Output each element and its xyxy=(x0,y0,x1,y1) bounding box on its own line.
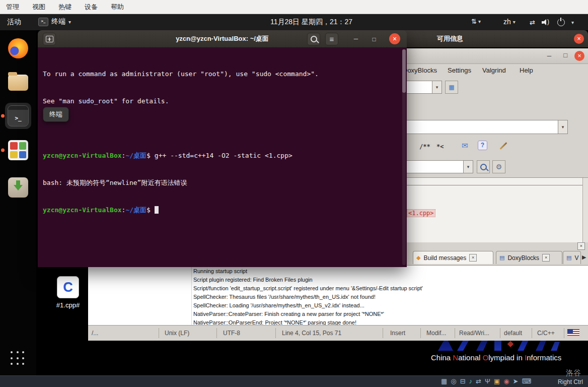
minimize-button[interactable]: – xyxy=(547,51,551,59)
system-menu[interactable]: ⇄ ) ▾ xyxy=(530,17,574,28)
chevron-down-icon: ▾ xyxy=(513,19,516,25)
menu-doxyblocks[interactable]: DoxyBlocks xyxy=(403,67,437,74)
search-icon xyxy=(311,36,317,42)
status-line-ending: Unix (LF) xyxy=(165,330,189,337)
keyboard-icon[interactable]: ⌨ xyxy=(522,377,531,385)
maximize-button[interactable]: □ xyxy=(563,51,567,59)
power-icon xyxy=(557,19,565,26)
chevron-down-icon: ▾ xyxy=(478,19,481,24)
status-language: C/C++ xyxy=(537,330,555,337)
shared-folders-icon[interactable]: ▣ xyxy=(494,377,500,385)
document-icon: ▤ xyxy=(499,254,504,261)
focused-app-name: 终端 xyxy=(51,17,65,26)
chevron-down-icon[interactable]: ▾ xyxy=(463,161,473,173)
usb-icon[interactable]: Ψ xyxy=(485,377,490,385)
log-output-panel[interactable]: Running startup script Script plugin reg… xyxy=(88,265,588,326)
network-icon: ⇅ xyxy=(471,18,477,25)
build-messages-icon: ◆ xyxy=(416,254,420,261)
editor-scrollbar[interactable] xyxy=(582,178,588,242)
vbox-menu-input[interactable]: 热键 xyxy=(58,3,71,12)
prompt-path: ~/桌面 xyxy=(125,152,146,159)
show-applications-button[interactable] xyxy=(5,346,31,372)
vbox-menu-devices[interactable]: 设备 xyxy=(85,3,98,12)
dock-item-files[interactable] xyxy=(5,70,31,96)
dock-item-codeblocks[interactable] xyxy=(5,137,31,163)
menu-button[interactable]: ≡ xyxy=(325,33,338,45)
minimize-button[interactable]: – xyxy=(349,32,362,44)
chevron-down-icon[interactable]: ▾ xyxy=(432,81,442,93)
editor-selected-text[interactable]: <1.cpp> xyxy=(407,209,435,217)
maximize-button[interactable]: □ xyxy=(368,33,381,45)
new-tab-button[interactable] xyxy=(43,33,56,45)
terminal-window: yzcn@yzcn-VirtualBox: ~/桌面 ≡ – □ × To ru… xyxy=(38,30,407,267)
status-profile: default xyxy=(504,330,522,337)
tab-doxyblocks[interactable]: ▤ DoxyBlocks × xyxy=(496,251,562,264)
updater-icon xyxy=(8,177,28,198)
new-tab-icon xyxy=(46,36,53,42)
cnoi-text-segment: lympiad in xyxy=(488,353,525,362)
options-button[interactable]: ⚙ xyxy=(492,160,505,173)
menu-settings[interactable]: Settings xyxy=(448,67,471,74)
desktop-file-icon[interactable]: C #1.cpp# xyxy=(55,276,81,309)
c-source-file-icon: C xyxy=(57,276,79,298)
dock-item-firefox[interactable] xyxy=(5,35,31,61)
terminal-line: To run a command as administrator (user … xyxy=(43,70,402,79)
chevron-down-icon[interactable]: ▾ xyxy=(558,120,567,134)
prompt-user: yzcn@yzcn-VirtualBox xyxy=(43,206,122,214)
grid-icon: ▦ xyxy=(449,84,454,91)
audio-icon[interactable]: ♪ xyxy=(469,377,473,385)
optical-disk-icon[interactable]: ◎ xyxy=(451,377,456,385)
help-icon[interactable]: ? xyxy=(478,141,487,150)
prompt-glyph: >_ xyxy=(15,115,21,121)
cnoi-text-segment: ational xyxy=(458,353,482,362)
dock-item-software-updater[interactable] xyxy=(5,174,31,201)
search-button[interactable] xyxy=(307,33,320,45)
running-indicator xyxy=(1,114,5,118)
tab-build-messages[interactable]: ◆ Build messages × xyxy=(413,251,493,264)
terminal-scrollbar[interactable] xyxy=(402,49,406,265)
tab-overflow-icon[interactable]: ▶ xyxy=(582,254,586,261)
network-indicator[interactable]: ⇅ ▾ xyxy=(471,18,481,25)
tab-label: DoxyBlocks xyxy=(507,254,539,262)
vbox-menu-machine[interactable]: 管理 xyxy=(6,3,19,12)
menu-valgrind[interactable]: Valgrind xyxy=(482,67,506,74)
terminal-output[interactable]: To run a command as administrator (user … xyxy=(38,47,407,267)
vbox-status-icons: ▦ ◎ ⊟ ♪ ⇄ Ψ ▣ ◉ ➤ ⌨ xyxy=(441,377,531,385)
clock[interactable]: 11月28日 星期四，21：27 xyxy=(270,18,352,27)
input-method-indicator[interactable]: zh ▾ xyxy=(503,18,516,26)
close-button[interactable]: × xyxy=(574,34,584,44)
traffic-icon: ⇄ xyxy=(530,19,535,26)
pencil-icon[interactable] xyxy=(500,142,507,150)
doxygen-member-icon[interactable]: *< xyxy=(436,143,444,150)
gear-icon: ⚙ xyxy=(496,163,502,171)
close-tab-icon[interactable]: × xyxy=(542,254,550,262)
close-tab-icon[interactable]: × xyxy=(469,254,477,262)
scrollbar-thumb[interactable] xyxy=(402,49,406,93)
mail-icon[interactable]: ✉ xyxy=(462,141,468,150)
tab-valgrind[interactable]: ▤ V xyxy=(563,251,581,264)
menu-help[interactable]: Help xyxy=(520,67,533,74)
apps-grid-icon xyxy=(11,351,26,366)
toolbar-button[interactable]: ▦ xyxy=(445,81,458,94)
network-icon[interactable]: ⇄ xyxy=(476,377,481,385)
codeblocks-icon xyxy=(8,140,28,160)
focused-app-menu[interactable]: >_ 终端 ▾ xyxy=(38,17,71,26)
hard-disk-icon[interactable]: ⊟ xyxy=(460,377,466,385)
vbox-menu-view[interactable]: 视图 xyxy=(32,3,45,12)
dock-item-terminal[interactable]: >_ xyxy=(5,103,31,129)
close-panel-icon[interactable]: × xyxy=(577,242,585,250)
terminal-titlebar[interactable]: yzcn@yzcn-VirtualBox: ~/桌面 ≡ – □ × xyxy=(38,30,407,48)
display-icon[interactable]: ▦ xyxy=(441,377,447,385)
close-button[interactable]: × xyxy=(574,51,584,61)
activities-button[interactable]: 活动 xyxy=(7,18,21,27)
mouse-integration-icon[interactable]: ➤ xyxy=(512,377,518,385)
cnoi-text-segment: nformatics xyxy=(527,353,561,362)
search-icon xyxy=(480,164,487,170)
search-button[interactable] xyxy=(477,160,490,173)
desktop-file-label: #1.cpp# xyxy=(55,301,81,309)
tab-label: V xyxy=(574,254,578,262)
vbox-menu-help[interactable]: 帮助 xyxy=(111,3,124,12)
recording-icon[interactable]: ◉ xyxy=(503,377,509,385)
doxygen-comment-icon[interactable]: /** xyxy=(419,143,430,150)
close-button[interactable]: × xyxy=(389,33,400,44)
